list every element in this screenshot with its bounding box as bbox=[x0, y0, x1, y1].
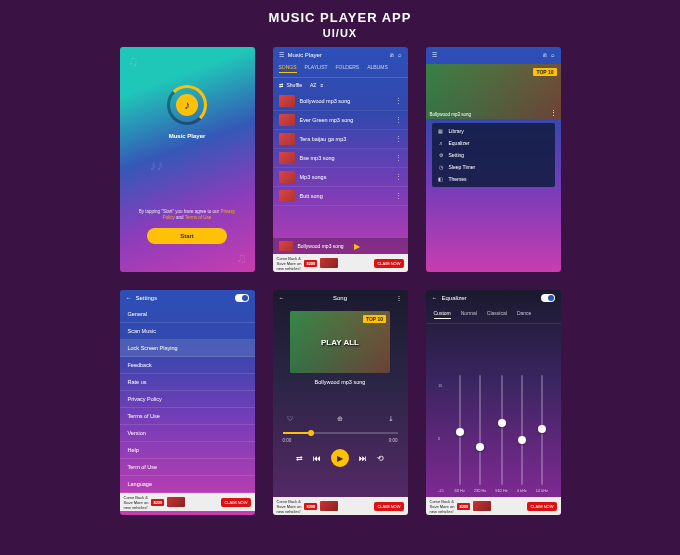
tab-folders[interactable]: FOLDERS bbox=[336, 64, 360, 73]
play-button[interactable]: ▶ bbox=[331, 449, 349, 467]
theme-icon: ◧ bbox=[438, 176, 444, 182]
eq-slider-2[interactable] bbox=[501, 375, 503, 485]
song-row[interactable]: Tera baijau ga mp3⋮ bbox=[273, 130, 408, 149]
ad-car-image bbox=[320, 501, 338, 511]
more-icon[interactable]: ⋮ bbox=[395, 135, 402, 143]
settings-row-terms[interactable]: Terms of Use bbox=[120, 408, 255, 425]
song-thumb bbox=[279, 95, 295, 107]
preset-classical[interactable]: Classical bbox=[487, 310, 507, 319]
eq-slider-3[interactable] bbox=[521, 375, 523, 485]
eq-slider-1[interactable] bbox=[479, 375, 481, 485]
add-icon[interactable]: ⊕ bbox=[337, 415, 343, 423]
search-icon[interactable]: ⌕ bbox=[398, 52, 402, 58]
menu-item-themes[interactable]: ◧Themes bbox=[432, 173, 555, 185]
app-logo: ♪ bbox=[167, 85, 207, 125]
settings-row-term2[interactable]: Term of Use bbox=[120, 459, 255, 476]
filter-icon[interactable]: ≡ bbox=[320, 82, 323, 88]
shuffle-label[interactable]: Shuffle bbox=[287, 82, 302, 88]
ad-banner[interactable]: Come Back &Save More onnew vehicles! $20… bbox=[273, 254, 408, 272]
more-icon[interactable]: ⋮ bbox=[395, 97, 402, 105]
cast-icon[interactable]: ⎚ bbox=[390, 52, 394, 58]
menu-icon[interactable]: ☰ bbox=[432, 51, 437, 58]
download-icon[interactable]: ⤓ bbox=[388, 415, 394, 423]
song-row[interactable]: Butt song⋮ bbox=[273, 187, 408, 206]
start-button[interactable]: Start bbox=[147, 228, 227, 244]
more-icon[interactable]: ⋮ bbox=[395, 192, 402, 200]
ad-cta[interactable]: CLAIM NOW bbox=[221, 498, 250, 507]
back-icon[interactable]: ← bbox=[279, 295, 285, 301]
back-icon[interactable]: ← bbox=[432, 295, 438, 301]
favorite-icon[interactable]: ♡ bbox=[287, 415, 293, 423]
song-row[interactable]: Bse mp3 song⋮ bbox=[273, 149, 408, 168]
more-icon[interactable]: ⋮ bbox=[550, 109, 557, 117]
library-icon: ▦ bbox=[438, 128, 444, 134]
tab-bar: SONGS PLAYLIST FOLDERS ALBUMS bbox=[273, 62, 408, 78]
next-icon[interactable]: ⏭ bbox=[359, 454, 367, 463]
menu-item-equalizer[interactable]: ♬Equalizer bbox=[432, 137, 555, 149]
eq-toggle[interactable] bbox=[541, 294, 555, 302]
settings-row-help[interactable]: Help bbox=[120, 442, 255, 459]
preset-normal[interactable]: Normal bbox=[461, 310, 477, 319]
track-title: Bollywood mp3 song bbox=[273, 379, 408, 385]
settings-row-language[interactable]: Language bbox=[120, 476, 255, 493]
tab-playlist[interactable]: PLAYLIST bbox=[305, 64, 328, 73]
screen-splash: ♫ ♪♪ ♫ ♪ Music Player By tapping "Start"… bbox=[120, 47, 255, 272]
settings-row-scan[interactable]: Scan Music bbox=[120, 323, 255, 340]
search-icon[interactable]: ⌕ bbox=[551, 52, 555, 58]
menu-item-library[interactable]: ▦Library bbox=[432, 125, 555, 137]
menu-item-setting[interactable]: ⚙Setting bbox=[432, 149, 555, 161]
cast-icon[interactable]: ⎚ bbox=[543, 52, 547, 58]
ad-cta[interactable]: CLAIM NOW bbox=[527, 502, 556, 511]
eq-slider-4[interactable] bbox=[541, 375, 543, 485]
menu-icon[interactable]: ☰ bbox=[279, 51, 284, 58]
ad-car-image bbox=[320, 258, 338, 268]
song-list: Bollywood mp3 song⋮ Ever Green mp3 song⋮… bbox=[273, 92, 408, 238]
tab-songs[interactable]: SONGS bbox=[279, 64, 297, 73]
sort-button[interactable]: AZ bbox=[310, 82, 316, 88]
ad-cta[interactable]: CLAIM NOW bbox=[374, 259, 403, 268]
ad-banner[interactable]: Come Back &Save More onnew vehicles! $20… bbox=[120, 493, 255, 511]
play-icon[interactable]: ▶ bbox=[354, 242, 360, 251]
tab-albums[interactable]: ALBUMS bbox=[367, 64, 388, 73]
back-icon[interactable]: ← bbox=[126, 295, 132, 301]
settings-list: General Scan Music Lock Screen Playing F… bbox=[120, 306, 255, 493]
settings-row-general[interactable]: General bbox=[120, 306, 255, 323]
shuffle-icon[interactable]: ⇄ bbox=[296, 454, 303, 463]
settings-row-lockscreen[interactable]: Lock Screen Playing bbox=[120, 340, 255, 357]
ad-cta[interactable]: CLAIM NOW bbox=[374, 502, 403, 511]
screen-menu: ☰ ⎚ ⌕ TOP 10 Bollywood mp3 song ⋮ ▦Libra… bbox=[426, 47, 561, 272]
more-icon[interactable]: ⋮ bbox=[395, 173, 402, 181]
music-note-icon: ♫ bbox=[236, 250, 247, 266]
more-icon[interactable]: ⋮ bbox=[396, 294, 402, 301]
menu-item-sleep[interactable]: ◷Sleep Timer bbox=[432, 161, 555, 173]
master-toggle[interactable] bbox=[235, 294, 249, 302]
eq-title: Equalizer bbox=[442, 295, 467, 301]
eq-slider-0[interactable] bbox=[459, 375, 461, 485]
more-icon[interactable]: ⋮ bbox=[395, 154, 402, 162]
preset-dance[interactable]: Dance bbox=[517, 310, 531, 319]
player-title: Song bbox=[333, 295, 347, 301]
song-row[interactable]: Ever Green mp3 song⋮ bbox=[273, 111, 408, 130]
ad-banner[interactable]: Come Back &Save More onnew vehicles! $20… bbox=[426, 497, 561, 515]
progress-bar[interactable] bbox=[283, 432, 398, 434]
song-row[interactable]: Bollywood mp3 song⋮ bbox=[273, 92, 408, 111]
ad-banner[interactable]: Come Back &Save More onnew vehicles! $20… bbox=[273, 497, 408, 515]
settings-row-version[interactable]: Version bbox=[120, 425, 255, 442]
terms-link[interactable]: Terms of Use bbox=[185, 215, 212, 220]
more-icon[interactable]: ⋮ bbox=[395, 116, 402, 124]
hero-tag: TOP 10 bbox=[363, 315, 386, 323]
settings-row-privacy[interactable]: Privacy Policy bbox=[120, 391, 255, 408]
mini-player[interactable]: Bollywood mp3 song ▶ bbox=[273, 238, 408, 254]
note-icon: ♪ bbox=[184, 98, 190, 112]
settings-row-rate[interactable]: Rate us bbox=[120, 374, 255, 391]
prev-icon[interactable]: ⏮ bbox=[313, 454, 321, 463]
eq-presets: Custom Normal Classical Dance bbox=[426, 306, 561, 324]
album-art: TOP 10 PLAY ALL bbox=[290, 311, 390, 373]
screen-equalizer: ← Equalizer Custom Normal Classical Danc… bbox=[426, 290, 561, 515]
preset-custom[interactable]: Custom bbox=[434, 310, 451, 319]
song-thumb bbox=[279, 133, 295, 145]
shuffle-icon[interactable]: ⇄ bbox=[279, 82, 283, 88]
repeat-icon[interactable]: ⟲ bbox=[377, 454, 384, 463]
song-row[interactable]: Mp3 songs⋮ bbox=[273, 168, 408, 187]
settings-row-feedback[interactable]: Feedback bbox=[120, 357, 255, 374]
